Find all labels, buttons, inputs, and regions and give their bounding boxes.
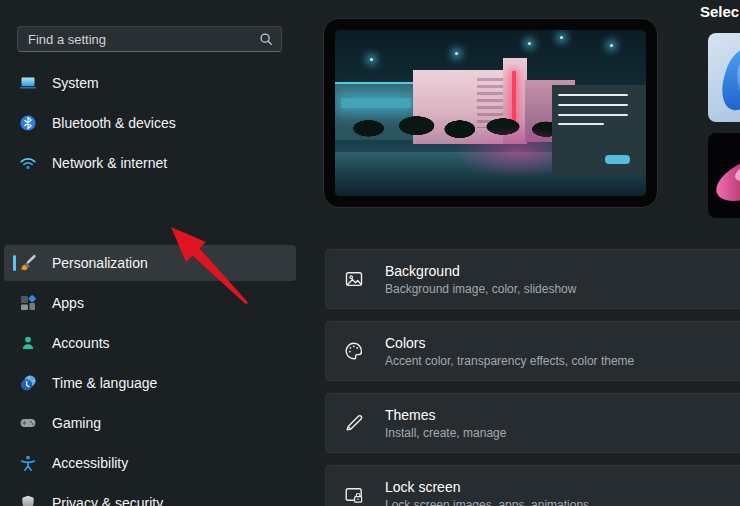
sidebar-item-label: Accounts: [52, 335, 110, 351]
sidebar-item-accessibility[interactable]: Accessibility: [4, 445, 296, 481]
sidebar-item-accounts[interactable]: Accounts: [4, 325, 296, 361]
card-title: Background: [385, 263, 576, 279]
background-image-icon: [343, 268, 365, 290]
card-title: Themes: [385, 407, 506, 423]
sample-window-overlay: [552, 85, 646, 175]
card-subtitle: Install, create, manage: [385, 426, 506, 440]
theme-thumbnail-dark[interactable]: [708, 133, 740, 218]
desktop-preview-wallpaper: [335, 30, 646, 196]
lock-screen-icon: [343, 484, 365, 506]
sidebar-item-label: Personalization: [52, 255, 148, 271]
selection-pill: [13, 255, 16, 271]
shield-icon: [19, 494, 37, 506]
card-title: Colors: [385, 335, 634, 351]
wifi-icon: [19, 154, 37, 172]
theme-section-heading: Selec: [700, 3, 739, 20]
streetlight: [528, 42, 531, 45]
sample-accent-button: [605, 155, 630, 164]
sidebar-item-time-language[interactable]: Time & language: [4, 365, 296, 401]
theme-thumbnail-light[interactable]: [708, 33, 740, 122]
sidebar-item-label: Network & internet: [52, 155, 167, 171]
desktop-preview-monitor: [323, 18, 658, 208]
laptop-icon: [19, 74, 37, 92]
clock-globe-icon: [19, 374, 37, 392]
streetlight: [610, 44, 613, 47]
themes-brush-icon: [343, 412, 365, 434]
sample-text-line: [558, 123, 604, 125]
sidebar-item-label: Bluetooth & devices: [52, 115, 176, 131]
card-subtitle: Lock screen images, apps, animations: [385, 498, 589, 506]
streetlight: [455, 52, 458, 55]
settings-window: System Bluetooth & devices Network & int…: [0, 0, 740, 506]
sidebar-item-label: Privacy & security: [52, 495, 163, 506]
paintbrush-icon: [19, 254, 37, 272]
sample-text-line: [558, 94, 628, 96]
apps-grid-icon: [19, 294, 37, 312]
card-lock-screen[interactable]: Lock screen Lock screen images, apps, an…: [325, 465, 740, 506]
sidebar-item-apps[interactable]: Apps: [4, 285, 296, 321]
sidebar-item-label: Time & language: [52, 375, 157, 391]
card-subtitle: Accent color, transparency effects, colo…: [385, 354, 634, 368]
sidebar-item-bluetooth-devices[interactable]: Bluetooth & devices: [4, 105, 296, 141]
accessibility-person-icon: [19, 454, 37, 472]
person-icon: [19, 334, 37, 352]
sample-text-line: [558, 104, 628, 106]
card-title: Lock screen: [385, 479, 589, 495]
search-icon[interactable]: [251, 32, 281, 46]
search-input[interactable]: [18, 32, 251, 47]
streetlight: [560, 36, 563, 39]
sidebar-item-gaming[interactable]: Gaming: [4, 405, 296, 441]
sidebar-item-label: System: [52, 75, 99, 91]
card-colors[interactable]: Colors Accent color, transparency effect…: [325, 321, 740, 381]
sidebar-item-label: Accessibility: [52, 455, 128, 471]
color-palette-icon: [343, 340, 365, 362]
streetlight: [370, 58, 373, 61]
search-box[interactable]: [17, 26, 282, 52]
gamepad-icon: [19, 414, 37, 432]
card-background[interactable]: Background Background image, color, slid…: [325, 249, 740, 309]
sidebar-item-personalization[interactable]: Personalization: [4, 245, 296, 281]
sidebar-item-system[interactable]: System: [4, 65, 296, 101]
sidebar-item-label: Gaming: [52, 415, 101, 431]
sidebar-item-label: Apps: [52, 295, 84, 311]
card-themes[interactable]: Themes Install, create, manage: [325, 393, 740, 453]
card-subtitle: Background image, color, slideshow: [385, 282, 576, 296]
sidebar-item-privacy-security[interactable]: Privacy & security: [4, 485, 296, 506]
bluetooth-icon: [19, 114, 37, 132]
sidebar-item-network-internet[interactable]: Network & internet: [4, 145, 296, 181]
sample-text-line: [558, 114, 628, 116]
